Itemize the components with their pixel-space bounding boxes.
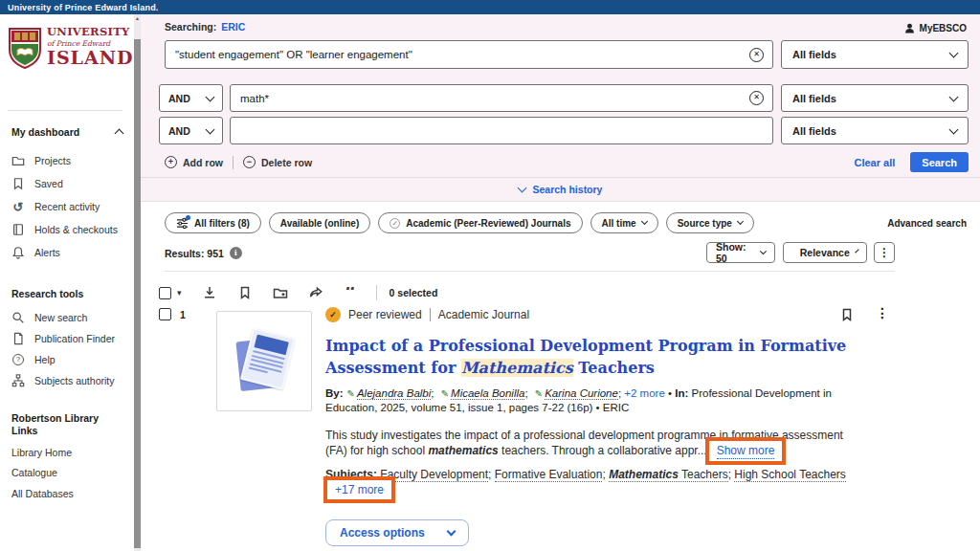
- more-subjects-link[interactable]: +17 more: [335, 482, 384, 497]
- clear-input-icon[interactable]: ✕: [749, 91, 764, 105]
- field-select-3[interactable]: All fields: [781, 117, 969, 144]
- person-icon: [903, 22, 916, 34]
- database-link[interactable]: ERIC: [221, 21, 245, 33]
- myebsco-button[interactable]: MyEBSCO: [903, 22, 967, 34]
- separator: ;: [488, 468, 495, 481]
- info-icon[interactable]: i: [230, 247, 242, 259]
- download-icon[interactable]: [202, 285, 217, 300]
- show-per-page-select[interactable]: Show: 50: [706, 242, 775, 263]
- scrollbar-up-arrow-icon[interactable]: ▲: [134, 15, 141, 21]
- upei-logo[interactable]: UNIVERSITY of Prince Edward ISLAND: [8, 27, 128, 73]
- result-item: ✓ Peer reviewed Academic Journal Impact …: [325, 306, 892, 546]
- clear-all-link[interactable]: Clear all: [854, 157, 895, 168]
- access-options-button[interactable]: Access options: [325, 519, 469, 546]
- sidebar-item-holds-checkouts[interactable]: Holds & checkouts: [11, 223, 118, 236]
- operator-select-3[interactable]: AND: [159, 117, 223, 144]
- scrollbar-thumb[interactable]: [134, 39, 141, 548]
- more-options-button[interactable]: ⋮: [874, 242, 895, 263]
- results-count: Results: 951 i: [165, 247, 242, 259]
- upei-crest-icon: [8, 27, 42, 73]
- sidebar-item-recent-activity[interactable]: ↺ Recent activity: [11, 200, 100, 213]
- subject-link[interactable]: Faculty Development: [380, 468, 488, 482]
- select-caret-icon[interactable]: ▾: [177, 288, 182, 298]
- source-type-filter[interactable]: Source type: [666, 212, 754, 233]
- field-select-1[interactable]: All fields: [781, 40, 969, 69]
- sort-select[interactable]: Relevance: [783, 242, 867, 263]
- operator-select-2[interactable]: AND: [159, 84, 223, 112]
- share-icon[interactable]: [308, 285, 323, 300]
- search-input-3[interactable]: [231, 118, 772, 143]
- logo-line-3: ISLAND: [47, 49, 134, 67]
- sidebar-item-label: Subjects authority: [34, 375, 114, 386]
- search-row-2: ✕: [230, 84, 773, 112]
- bullet: •: [596, 402, 600, 413]
- chevron-down-icon: [949, 92, 959, 101]
- sidebar-link-library-home[interactable]: Library Home: [11, 447, 72, 458]
- subject-link[interactable]: Formative Evaluation: [495, 468, 603, 482]
- title-text: Teachers: [573, 359, 655, 377]
- sidebar-link-all-databases[interactable]: All Databases: [11, 488, 74, 499]
- author-link[interactable]: Micaela Bonilla: [451, 387, 524, 400]
- search-row-1: ✕: [165, 40, 773, 69]
- subject-link[interactable]: Mathematics Teachers: [609, 468, 728, 482]
- field-select-value: All fields: [792, 49, 836, 60]
- show-per-page-value: Show: 50: [716, 241, 754, 264]
- hierarchy-icon: [11, 374, 25, 387]
- author-link[interactable]: Alejandra Balbi: [357, 387, 431, 400]
- sidebar-scrollbar[interactable]: ▲: [134, 14, 141, 551]
- sidebar-item-new-search[interactable]: New search: [11, 311, 87, 324]
- delete-row-button[interactable]: − Delete row: [243, 156, 312, 168]
- field-select-2[interactable]: All fields: [781, 84, 969, 112]
- all-time-label: All time: [602, 218, 636, 229]
- sidebar-item-publication-finder[interactable]: Publication Finder: [11, 332, 115, 345]
- clear-input-icon[interactable]: ✕: [749, 48, 764, 62]
- show-more-link[interactable]: Show more: [717, 443, 775, 459]
- bookmark-icon: [11, 177, 25, 190]
- select-all-checkbox[interactable]: [159, 287, 171, 299]
- chevron-up-icon: [115, 129, 124, 139]
- abstract-text: teachers. Through a collaborative appr..…: [499, 444, 707, 457]
- result-abstract: This study investigates the impact of a …: [325, 428, 867, 458]
- search-input-1[interactable]: [166, 41, 749, 68]
- author-pen-icon: ✎: [347, 388, 355, 399]
- result-title-link[interactable]: Impact of a Professional Development Pro…: [325, 335, 879, 379]
- title-highlight: Mathematics: [461, 359, 573, 377]
- sidebar-item-label: Projects: [34, 155, 71, 166]
- search-button[interactable]: Search: [910, 152, 969, 172]
- peer-reviewed-filter[interactable]: ✓ Academic (Peer-Reviewed) Journals: [378, 212, 582, 233]
- search-input-2[interactable]: [231, 85, 749, 111]
- search-history-toggle[interactable]: Search history: [141, 184, 980, 195]
- add-to-project-icon[interactable]: [273, 285, 288, 300]
- author-link[interactable]: Karina Curione: [545, 387, 618, 400]
- sidebar-item-subjects-authority[interactable]: Subjects authority: [11, 374, 114, 387]
- sidebar-link-catalogue[interactable]: Catalogue: [11, 467, 57, 478]
- bullet: •: [668, 387, 672, 399]
- all-filters-button[interactable]: All filters (8): [165, 212, 261, 233]
- more-authors-link[interactable]: +2 more: [624, 387, 665, 399]
- add-row-button[interactable]: + Add row: [165, 156, 223, 168]
- my-dashboard-header[interactable]: My dashboard: [11, 126, 122, 138]
- sidebar-item-saved[interactable]: Saved: [11, 177, 63, 190]
- field-select-value: All fields: [792, 93, 836, 104]
- upei-logo-text: UNIVERSITY of Prince Edward ISLAND: [47, 27, 134, 67]
- all-time-filter[interactable]: All time: [590, 212, 658, 233]
- result-thumbnail[interactable]: [216, 311, 312, 411]
- sidebar-item-projects[interactable]: Projects: [11, 154, 71, 167]
- sidebar-item-alerts[interactable]: Alerts: [11, 246, 60, 259]
- available-online-filter[interactable]: Available (online): [269, 212, 370, 233]
- all-filters-label: All filters (8): [194, 218, 250, 229]
- cite-icon[interactable]: “: [344, 285, 359, 300]
- advanced-search-link[interactable]: Advanced search: [887, 218, 967, 229]
- result-checkbox[interactable]: [159, 308, 171, 320]
- peer-reviewed-badge: Peer reviewed: [348, 308, 422, 321]
- bookmark-icon[interactable]: [237, 285, 253, 300]
- minus-circle-icon: −: [243, 156, 256, 168]
- search-row-3: [230, 117, 773, 144]
- subject-link[interactable]: High School Teachers: [734, 468, 846, 482]
- document-icon: [11, 332, 25, 345]
- in-label: In:: [675, 387, 688, 399]
- sidebar-item-label: Help: [34, 354, 56, 365]
- sidebar-item-help[interactable]: ? Help: [11, 353, 56, 366]
- sidebar-item-label: Recent activity: [34, 201, 100, 212]
- research-tools-header: Research tools: [11, 288, 122, 299]
